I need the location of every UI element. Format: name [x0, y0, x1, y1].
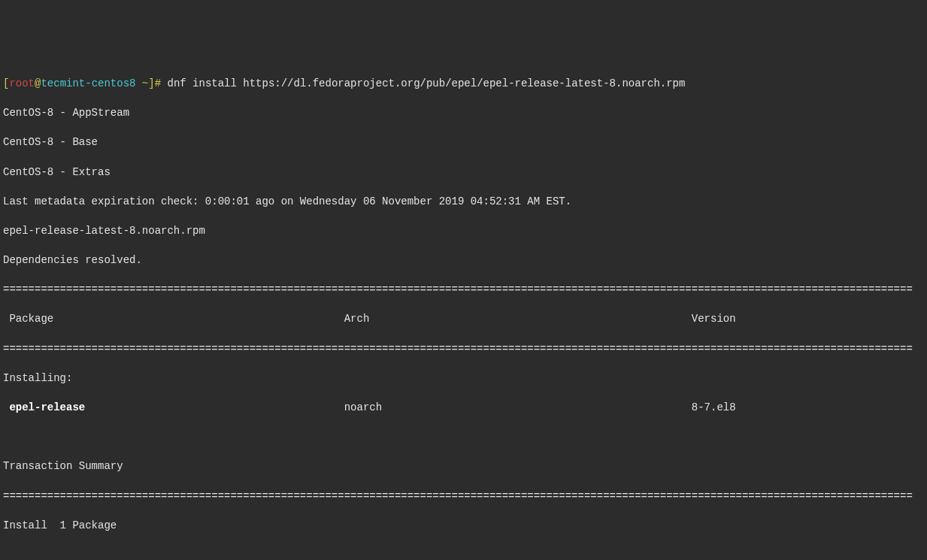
installing-label: Installing:: [3, 371, 924, 386]
prompt-user: root: [9, 77, 35, 89]
transaction-summary: Transaction Summary: [3, 459, 924, 474]
prompt-host: tecmint-centos8: [41, 77, 135, 89]
repo-extras: CentOS-8 - Extras: [3, 165, 924, 180]
prompt-line-1[interactable]: [root@tecmint-centos8 ~]# dnf install ht…: [3, 77, 924, 92]
deps-resolved: Dependencies resolved.: [3, 253, 924, 268]
package-version: 8-7.el8: [692, 401, 736, 413]
header-version: Version: [692, 313, 736, 325]
terminal-output[interactable]: [root@tecmint-centos8 ~]# dnf install ht…: [3, 62, 924, 560]
package-name: epel-release: [3, 401, 85, 413]
blank-1: [3, 430, 924, 445]
header-row: Package Arch Version: [3, 312, 924, 327]
bracket-close: ]#: [148, 77, 161, 89]
package-row: epel-release noarch 8-7.el8: [3, 401, 924, 416]
divider-mid: ========================================…: [3, 342, 924, 357]
metadata-check: Last metadata expiration check: 0:00:01 …: [3, 195, 924, 210]
header-package: Package: [3, 313, 53, 325]
blank-2: [3, 548, 924, 560]
command-text: dnf install https://dl.fedoraproject.org…: [161, 77, 685, 89]
repo-appstream: CentOS-8 - AppStream: [3, 106, 924, 121]
divider-top: ========================================…: [3, 283, 924, 298]
rpm-filename: epel-release-latest-8.noarch.rpm: [3, 224, 924, 239]
divider-bottom: ========================================…: [3, 489, 924, 504]
package-arch: noarch: [344, 401, 382, 413]
prompt-tilde: ~: [142, 77, 148, 89]
install-count: Install 1 Package: [3, 519, 924, 534]
repo-base: CentOS-8 - Base: [3, 135, 924, 150]
header-arch: Arch: [344, 313, 370, 325]
